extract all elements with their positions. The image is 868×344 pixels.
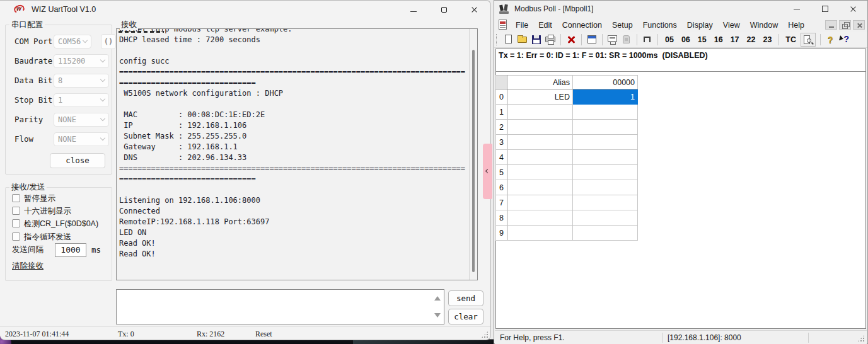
disconnect-button[interactable]	[565, 33, 577, 46]
communication-traffic-button[interactable]	[606, 33, 619, 46]
menu-edit[interactable]: Edit	[533, 21, 557, 30]
flow-select[interactable]: NONE	[54, 132, 109, 146]
alias-cell[interactable]	[507, 210, 573, 226]
function-23-button[interactable]: 23	[763, 35, 772, 44]
alias-cell[interactable]	[507, 226, 573, 241]
function-05-button[interactable]: 05	[665, 35, 674, 44]
value-cell[interactable]	[573, 135, 638, 150]
function-16-button[interactable]: 16	[714, 35, 723, 44]
clear-receive-link[interactable]: 清除接收	[12, 261, 43, 272]
menu-functions[interactable]: Functions	[638, 21, 682, 30]
scrollbar-thumb[interactable]	[472, 50, 475, 272]
resend-button[interactable]	[620, 33, 633, 46]
new-file-button[interactable]	[502, 33, 515, 46]
uarttool-titlebar[interactable]: w WIZ UartTool V1.0	[0, 1, 490, 20]
print-button[interactable]	[544, 33, 557, 46]
maximize-button[interactable]	[811, 1, 839, 18]
send-input[interactable]	[116, 289, 444, 324]
save-button[interactable]	[530, 33, 543, 46]
alias-cell[interactable]	[507, 165, 573, 180]
alias-cell[interactable]	[507, 105, 573, 120]
row-header-cell[interactable]: 0	[496, 89, 507, 105]
scroll-up-icon[interactable]	[434, 296, 441, 301]
modbus-titlebar[interactable]: Modbus Poll - [Mbpoll1]	[494, 1, 867, 18]
parity-select[interactable]: NONE	[54, 113, 109, 127]
about-button[interactable]: ?	[828, 35, 833, 45]
test-center-button[interactable]: TC	[785, 35, 796, 44]
function-22-button[interactable]: 22	[747, 35, 756, 44]
value-cell[interactable]	[573, 226, 638, 241]
setup-window-button[interactable]	[586, 33, 598, 46]
resize-grip[interactable]	[481, 331, 489, 338]
com-port-select[interactable]: COM56	[54, 35, 91, 49]
pulse-button[interactable]	[641, 33, 654, 46]
alias-cell[interactable]	[507, 180, 573, 195]
row-header-cell[interactable]: 7	[496, 195, 507, 210]
maximize-button[interactable]	[431, 3, 456, 17]
value-cell[interactable]	[573, 180, 638, 195]
menu-help[interactable]: Help	[783, 21, 809, 30]
minimize-button[interactable]	[782, 1, 811, 18]
row-header-cell[interactable]: 1	[496, 105, 507, 120]
open-file-button[interactable]	[516, 33, 529, 46]
status-reset[interactable]: Reset	[255, 330, 272, 339]
clear-button[interactable]: clear	[448, 309, 483, 324]
alias-cell[interactable]	[507, 150, 573, 165]
checkbox-loop-send[interactable]: 指令循环发送	[12, 232, 71, 241]
close-button[interactable]	[461, 3, 487, 17]
row-header-cell[interactable]: 4	[496, 150, 507, 165]
register-column-header[interactable]: 00000	[573, 76, 638, 89]
resize-grip[interactable]	[857, 335, 865, 342]
menu-connection[interactable]: Connection	[557, 21, 607, 30]
function-17-button[interactable]: 17	[731, 35, 739, 44]
menu-setup[interactable]: Setup	[607, 21, 638, 30]
value-cell[interactable]: 1	[573, 89, 638, 105]
document-icon[interactable]	[499, 20, 507, 30]
value-cell[interactable]	[573, 105, 638, 120]
row-header-cell[interactable]: 8	[496, 210, 507, 226]
send-interval-input[interactable]: 1000	[55, 243, 86, 257]
checkbox-detect-crlf[interactable]: 检测CR_LF($0D$0A)	[12, 219, 98, 228]
refresh-ports-button[interactable]: ()	[101, 34, 116, 49]
row-header-cell[interactable]: 5	[496, 165, 507, 180]
menu-file[interactable]: File	[511, 21, 533, 30]
checkbox-hex-display[interactable]: 十六进制显示	[12, 206, 71, 215]
context-help-button[interactable]: ?	[838, 33, 852, 46]
mdi-close-button[interactable]	[853, 20, 865, 30]
value-cell[interactable]	[573, 165, 638, 180]
menu-window[interactable]: Window	[745, 21, 783, 30]
alias-cell[interactable]	[507, 135, 573, 150]
stopbit-select[interactable]: 1	[54, 93, 109, 107]
send-button[interactable]: send	[448, 290, 483, 306]
function-15-button[interactable]: 15	[698, 35, 707, 44]
row-header-cell[interactable]: 3	[496, 135, 507, 150]
alias-cell[interactable]: LED	[507, 89, 573, 105]
value-cell[interactable]	[573, 195, 638, 210]
slide-panel-tab[interactable]	[483, 144, 492, 199]
send-scrollbar[interactable]	[434, 291, 443, 323]
serial-close-button[interactable]: close	[50, 153, 105, 168]
mdi-minimize-button[interactable]	[825, 20, 837, 30]
function-06-button[interactable]: 06	[681, 35, 690, 44]
menu-display[interactable]: Display	[682, 21, 718, 30]
close-button[interactable]	[839, 1, 867, 18]
toolbar-grip[interactable]	[496, 34, 499, 45]
minimize-button[interactable]	[401, 3, 426, 17]
baudrate-select[interactable]: 115200	[54, 54, 109, 68]
value-cell[interactable]	[573, 210, 638, 226]
receive-terminal[interactable]: wiznet chip modbus tcp server example. D…	[116, 28, 478, 280]
value-cell[interactable]	[573, 150, 638, 165]
databit-select[interactable]: 8	[54, 74, 109, 88]
mdi-restore-button[interactable]	[839, 20, 851, 30]
menu-view[interactable]: View	[718, 21, 745, 30]
find-button[interactable]	[801, 33, 816, 47]
alias-column-header[interactable]: Alias	[507, 76, 573, 89]
checkbox-pause-display[interactable]: 暂停显示	[12, 193, 55, 203]
row-header-cell[interactable]: 6	[496, 180, 507, 195]
row-header-cell[interactable]: 2	[496, 120, 507, 135]
value-cell[interactable]	[573, 120, 638, 135]
alias-cell[interactable]	[507, 195, 573, 210]
row-header-cell[interactable]: 9	[496, 226, 507, 241]
scroll-down-icon[interactable]	[434, 313, 441, 318]
alias-cell[interactable]	[507, 120, 573, 135]
